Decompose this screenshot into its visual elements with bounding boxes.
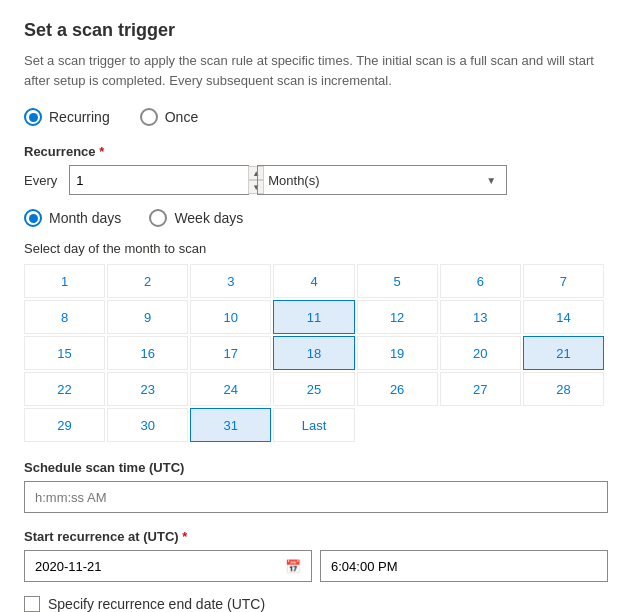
recurrence-label: Recurrence (24, 144, 608, 159)
recurring-label: Recurring (49, 109, 110, 125)
calendar-day-2[interactable]: 2 (107, 264, 188, 298)
week-days-radio-circle (149, 209, 167, 227)
calendar-day-22[interactable]: 22 (24, 372, 105, 406)
calendar-icon[interactable]: 📅 (285, 559, 301, 574)
once-label: Once (165, 109, 198, 125)
calendar-day-18[interactable]: 18 (273, 336, 354, 370)
end-date-label: Specify recurrence end date (UTC) (48, 596, 265, 612)
calendar-day-31[interactable]: 31 (190, 408, 271, 442)
calendar-day-10[interactable]: 10 (190, 300, 271, 334)
calendar-day-24[interactable]: 24 (190, 372, 271, 406)
calendar-day-17[interactable]: 17 (190, 336, 271, 370)
end-date-checkbox[interactable] (24, 596, 40, 612)
recurrence-row: Every ▲ ▼ Month(s) ▼ (24, 165, 608, 195)
calendar-day-11[interactable]: 11 (273, 300, 354, 334)
start-recurrence-label: Start recurrence at (UTC) (24, 529, 608, 544)
every-input-wrapper: ▲ ▼ (69, 165, 249, 195)
trigger-type-group: Recurring Once (24, 108, 608, 126)
period-selected-value: Month(s) (268, 173, 319, 188)
calendar-day-1[interactable]: 1 (24, 264, 105, 298)
calendar-day-19[interactable]: 19 (357, 336, 438, 370)
schedule-time-input-wrapper (24, 481, 608, 513)
start-time-input[interactable] (331, 559, 597, 574)
once-radio[interactable]: Once (140, 108, 198, 126)
calendar-day-23[interactable]: 23 (107, 372, 188, 406)
recurring-radio[interactable]: Recurring (24, 108, 110, 126)
calendar-day-26[interactable]: 26 (357, 372, 438, 406)
calendar-day-8[interactable]: 8 (24, 300, 105, 334)
period-dropdown[interactable]: Month(s) ▼ (257, 165, 507, 195)
calendar-day-6[interactable]: 6 (440, 264, 521, 298)
month-days-radio[interactable]: Month days (24, 209, 121, 227)
calendar-day-21[interactable]: 21 (523, 336, 604, 370)
calendar-day-14[interactable]: 14 (523, 300, 604, 334)
month-days-label: Month days (49, 210, 121, 226)
every-input[interactable] (76, 173, 244, 188)
calendar-day-3[interactable]: 3 (190, 264, 271, 298)
page-description: Set a scan trigger to apply the scan rul… (24, 51, 608, 90)
calendar-day-last[interactable]: Last (273, 408, 354, 442)
calendar-day-27[interactable]: 27 (440, 372, 521, 406)
recurring-radio-circle (24, 108, 42, 126)
week-days-radio[interactable]: Week days (149, 209, 243, 227)
calendar-day-29[interactable]: 29 (24, 408, 105, 442)
day-type-row: Month days Week days (24, 209, 608, 227)
calendar-day-30[interactable]: 30 (107, 408, 188, 442)
calendar-day-28[interactable]: 28 (523, 372, 604, 406)
calendar-day-16[interactable]: 16 (107, 336, 188, 370)
every-label: Every (24, 173, 57, 188)
month-days-radio-circle (24, 209, 42, 227)
schedule-time-input[interactable] (35, 490, 597, 505)
dropdown-arrow-icon: ▼ (486, 175, 496, 186)
schedule-time-label: Schedule scan time (UTC) (24, 460, 608, 475)
calendar-day-13[interactable]: 13 (440, 300, 521, 334)
calendar-day-12[interactable]: 12 (357, 300, 438, 334)
select-day-label: Select day of the month to scan (24, 241, 608, 256)
start-date-input[interactable] (35, 559, 285, 574)
start-recurrence-row: 📅 (24, 550, 608, 582)
calendar-day-4[interactable]: 4 (273, 264, 354, 298)
week-days-label: Week days (174, 210, 243, 226)
page-title: Set a scan trigger (24, 20, 608, 41)
calendar-grid: 1234567891011121314151617181920212223242… (24, 264, 604, 442)
calendar-day-5[interactable]: 5 (357, 264, 438, 298)
calendar-day-15[interactable]: 15 (24, 336, 105, 370)
start-time-input-wrapper (320, 550, 608, 582)
calendar-day-25[interactable]: 25 (273, 372, 354, 406)
calendar-day-7[interactable]: 7 (523, 264, 604, 298)
start-date-input-wrapper: 📅 (24, 550, 312, 582)
calendar-day-9[interactable]: 9 (107, 300, 188, 334)
end-date-row: Specify recurrence end date (UTC) (24, 596, 608, 612)
once-radio-circle (140, 108, 158, 126)
calendar-day-20[interactable]: 20 (440, 336, 521, 370)
